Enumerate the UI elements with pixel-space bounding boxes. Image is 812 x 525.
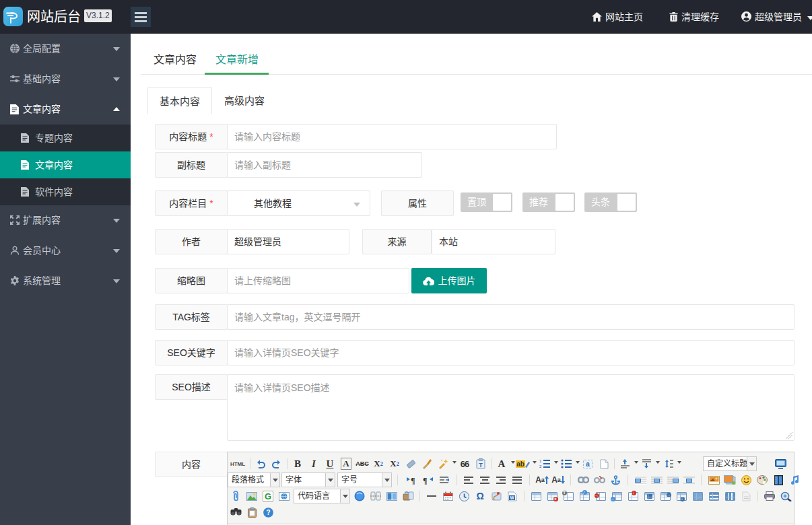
svg-text:T: T	[479, 462, 483, 468]
svg-text:W: W	[510, 495, 514, 500]
svg-text:¶: ¶	[423, 476, 427, 485]
svg-text:2: 2	[539, 464, 542, 468]
svg-text:?: ?	[266, 509, 270, 516]
svg-text:¶: ¶	[411, 476, 415, 485]
svg-text:1: 1	[539, 459, 542, 463]
